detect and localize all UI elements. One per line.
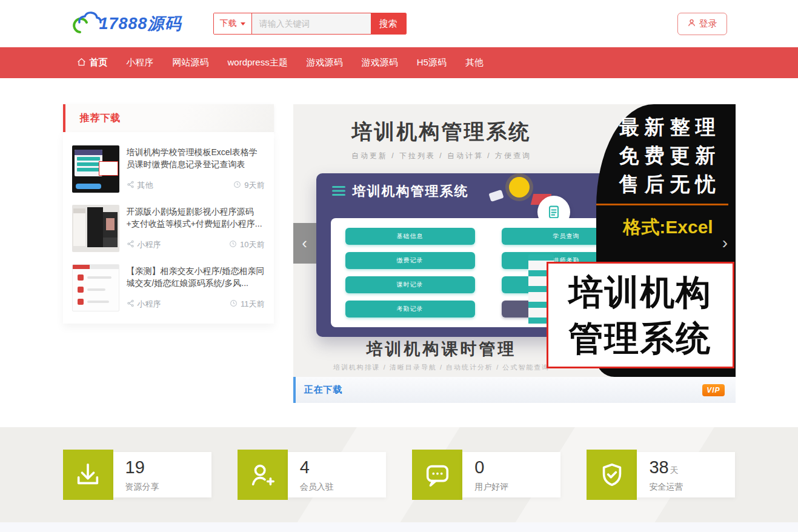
thumb-shape xyxy=(87,288,105,291)
item-thumbnail xyxy=(72,264,119,311)
stat-info: 0 用户好评 xyxy=(462,452,560,497)
stat-label: 安全运营 xyxy=(649,482,735,493)
carousel-next-button[interactable]: › xyxy=(716,227,734,259)
item-meta: 小程序 10天前 xyxy=(127,239,265,250)
recommended-title: 推荐下载 xyxy=(80,112,121,125)
site-logo[interactable]: 17888源码 xyxy=(71,9,182,38)
cloud-logo-icon xyxy=(71,9,103,38)
stat-card-uptime: 38天 安全运营 xyxy=(587,450,735,500)
clock-icon xyxy=(230,299,238,309)
menu-icon xyxy=(332,184,345,199)
footer-strip xyxy=(0,522,798,532)
clock-icon xyxy=(229,240,237,250)
main-nav: 首页 小程序 网站源码 wordpress主题 游戏源码 游戏源码 H5源码 其… xyxy=(0,47,798,78)
stat-unit: 天 xyxy=(670,465,679,475)
thumb-shape xyxy=(77,162,100,166)
vip-badge: VIP xyxy=(702,384,724,396)
promo-lines: 最新整理 免费更新 售后无忧 xyxy=(596,104,736,198)
item-category: 小程序 xyxy=(138,299,161,310)
banner-slide[interactable]: 培训机构管理系统 自动更新 / 下拉列表 / 自动计算 / 方便查询 培训机构管… xyxy=(293,104,736,377)
format-label: 格式:Excel xyxy=(596,215,736,240)
item-title: 【亲测】相亲交友小程序/婚恋相亲同城交友/婚恋红娘源码系统/多风... xyxy=(127,265,265,290)
shield-check-icon xyxy=(587,450,637,500)
stat-value: 0 xyxy=(474,457,484,477)
stat-label: 资源分享 xyxy=(125,482,211,493)
list-item[interactable]: 开源版小剧场短剧影视小程序源码+支付收益等模式+付费短剧小程序... 小程序 xyxy=(72,199,265,258)
nav-item-h5-source[interactable]: H5源码 xyxy=(417,57,447,68)
logo-text: 17888源码 xyxy=(99,13,182,35)
caret-down-icon xyxy=(241,22,245,25)
banner-subtitle: 自动更新 / 下拉列表 / 自动计算 / 方便查询 xyxy=(293,151,590,161)
carousel-prev-button[interactable]: ‹ xyxy=(293,223,316,264)
download-icon xyxy=(63,450,113,500)
lightbulb-illustration xyxy=(509,177,530,198)
thumb-shape xyxy=(75,150,102,155)
thumb-shape xyxy=(76,184,101,189)
stat-value: 4 xyxy=(300,457,310,477)
stat-info: 38天 安全运营 xyxy=(637,452,735,497)
banner-carousel: 培训机构管理系统 自动更新 / 下拉列表 / 自动计算 / 方便查询 培训机构管… xyxy=(293,104,736,403)
stat-value: 19 xyxy=(125,457,145,477)
nav-item-website-source[interactable]: 网站源码 xyxy=(173,57,209,68)
item-title: 培训机构学校管理模板Excel表格学员课时缴费信息记录登记查询表 xyxy=(127,146,265,171)
stats-section: 19 资源分享 4 会员入驻 xyxy=(0,427,798,522)
main-content: 推荐下载 培训机构学校管理模板Excel表格学员课时缴费信息记录登记查询表 xyxy=(63,104,736,403)
search-category-dropdown[interactable]: 下载 xyxy=(214,13,252,34)
thumb-shape xyxy=(77,157,100,161)
stat-value: 38 xyxy=(649,457,668,477)
item-time: 10天前 xyxy=(240,239,264,250)
list-item[interactable]: 培训机构学校管理模板Excel表格学员课时缴费信息记录登记查询表 其他 xyxy=(72,139,265,199)
nav-item-wordpress-theme[interactable]: wordpress主题 xyxy=(228,57,288,68)
item-meta: 小程序 11天前 xyxy=(127,299,265,310)
search-input[interactable] xyxy=(252,13,371,34)
panel-button: 考勤记录 xyxy=(345,301,475,318)
stat-info: 19 资源分享 xyxy=(113,452,211,497)
login-button[interactable]: 登录 xyxy=(677,13,727,35)
thumb-shape xyxy=(106,218,115,230)
nav-item-game-source-2[interactable]: 游戏源码 xyxy=(362,57,398,68)
banner-bottom-title: 培训机构课时管理 xyxy=(293,338,590,360)
comment-icon xyxy=(412,450,462,500)
thumb-shape xyxy=(78,274,84,281)
item-meta: 其他 9天前 xyxy=(127,180,265,191)
thumb-shape xyxy=(78,287,84,293)
nav-item-home[interactable]: 首页 xyxy=(77,57,108,68)
banner-stamp: 培训机构 管理系统 xyxy=(547,262,734,368)
thumb-shape xyxy=(87,207,103,247)
item-category: 小程序 xyxy=(138,239,161,250)
item-info: 【亲测】相亲交友小程序/婚恋相亲同城交友/婚恋红娘源码系统/多风... 小程序 xyxy=(127,264,265,311)
user-plus-icon xyxy=(238,450,288,500)
banner-bottom-subtitle: 培训机构排课 / 清晰目录导航 / 自动统计分析 / 公式智能查询 xyxy=(293,363,590,372)
promo-divider xyxy=(596,204,728,205)
item-info: 开源版小剧场短剧影视小程序源码+支付收益等模式+付费短剧小程序... 小程序 xyxy=(127,205,265,252)
share-icon xyxy=(127,181,135,190)
nav-item-miniprogram[interactable]: 小程序 xyxy=(127,57,154,68)
recommended-panel: 推荐下载 培训机构学校管理模板Excel表格学员课时缴费信息记录登记查询表 xyxy=(63,104,274,403)
user-icon xyxy=(687,18,696,29)
panel-button: 基础信息 xyxy=(345,228,475,245)
clock-icon xyxy=(233,181,241,190)
stat-card-members: 4 会员入驻 xyxy=(238,450,386,500)
thumb-shape xyxy=(99,161,118,176)
thumb-shape xyxy=(73,208,85,246)
stat-card-resources: 19 资源分享 xyxy=(63,450,211,500)
nav-item-other[interactable]: 其他 xyxy=(465,57,484,68)
thumb-shape xyxy=(87,276,111,279)
banner-title: 培训机构管理系统 xyxy=(293,118,590,146)
stat-label: 会员入驻 xyxy=(300,482,386,493)
search-button[interactable]: 搜索 xyxy=(371,13,406,34)
share-icon xyxy=(127,299,135,309)
item-info: 培训机构学校管理模板Excel表格学员课时缴费信息记录登记查询表 其他 xyxy=(127,145,265,193)
item-title: 开源版小剧场短剧影视小程序源码+支付收益等模式+付费短剧小程序... xyxy=(127,205,265,230)
item-time: 11天前 xyxy=(241,299,265,310)
item-time: 9天前 xyxy=(244,180,264,191)
nav-item-game-source-1[interactable]: 游戏源码 xyxy=(307,57,343,68)
recommended-header: 推荐下载 xyxy=(63,104,274,132)
list-item[interactable]: 【亲测】相亲交友小程序/婚恋相亲同城交友/婚恋红娘源码系统/多风... 小程序 xyxy=(72,258,265,318)
home-icon xyxy=(77,58,86,68)
item-category: 其他 xyxy=(138,180,153,191)
thumb-shape xyxy=(78,299,84,305)
download-status-bar: 正在下载 VIP xyxy=(293,377,736,403)
stat-card-reviews: 0 用户好评 xyxy=(412,450,560,500)
stat-info: 4 会员入驻 xyxy=(288,452,386,497)
